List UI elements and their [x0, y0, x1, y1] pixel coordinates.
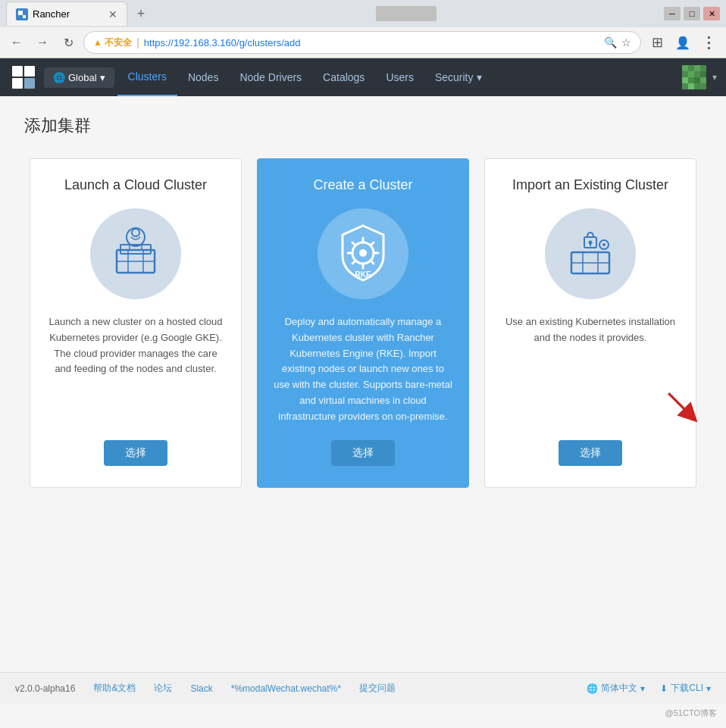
nav-item-users[interactable]: Users — [375, 58, 424, 96]
footer-right: 🌐 简体中文 ▾ ⬇ 下载CLI ▾ — [587, 682, 711, 695]
new-tab-button[interactable]: + — [130, 3, 152, 24]
footer-link-slack[interactable]: Slack — [190, 683, 212, 694]
rke-icon: RKE — [329, 220, 397, 288]
import-cluster-icon — [560, 223, 621, 284]
browser-toolbar: ← → ↻ ▲ 不安全 | https://192.168.3.160/g/cl… — [0, 27, 726, 58]
card-import-select-button[interactable]: 选择 — [559, 440, 622, 466]
top-nav: 🌐 Global ▾ Clusters Nodes Node Drivers C… — [0, 58, 726, 96]
svg-rect-11 — [700, 77, 706, 83]
browser-tab[interactable]: Rancher ✕ — [6, 2, 127, 26]
arrow-pointer — [662, 386, 703, 428]
footer-link-issues[interactable]: 提交问题 — [359, 682, 396, 695]
globe-icon: 🌐 — [53, 72, 65, 83]
card-create-icon-area: RKE — [318, 208, 408, 299]
footer: v2.0.0-alpha16 帮助&文档 论坛 Slack *%modalWec… — [0, 672, 726, 704]
svg-rect-0 — [18, 11, 23, 15]
security-label: Security — [435, 71, 474, 83]
footer-download-label: 下载CLI — [671, 682, 703, 695]
nav-item-node-drivers[interactable]: Node Drivers — [229, 58, 312, 96]
card-cloud-select-button[interactable]: 选择 — [104, 440, 167, 466]
card-create-cluster: Create a Cluster — [257, 158, 469, 488]
minimize-button[interactable]: ─ — [664, 7, 681, 20]
nav-item-nodes[interactable]: Nodes — [177, 58, 229, 96]
page-title: 添加集群 — [24, 114, 702, 137]
card-cloud-icon-area — [90, 208, 181, 299]
card-import-icon-area — [545, 208, 636, 299]
title-bar: Rancher ✕ + ─ □ ✕ — [0, 0, 726, 27]
forward-button[interactable]: → — [32, 32, 53, 53]
close-button[interactable]: ✕ — [703, 7, 720, 20]
svg-rect-6 — [24, 78, 35, 89]
svg-rect-9 — [688, 71, 694, 77]
nav-item-catalogs[interactable]: Catalogs — [312, 58, 375, 96]
profile-button[interactable]: 👤 — [671, 32, 694, 53]
svg-line-45 — [668, 393, 690, 415]
svg-point-41 — [589, 241, 593, 245]
card-cloud-title: Launch a Cloud Cluster — [64, 177, 207, 193]
svg-rect-3 — [12, 66, 23, 77]
footer-globe-icon: 🌐 — [587, 683, 598, 694]
cards-container: Launch a Cloud Cluster — [24, 158, 702, 488]
maximize-button[interactable]: □ — [684, 7, 700, 20]
svg-line-31 — [352, 242, 355, 245]
svg-line-33 — [371, 242, 374, 245]
address-divider: | — [136, 36, 139, 48]
footer-download-chevron: ▾ — [706, 683, 711, 694]
browser-window: Rancher ✕ + ─ □ ✕ ← → ↻ ▲ 不安全 | https://… — [0, 0, 726, 704]
app-container: 🌐 Global ▾ Clusters Nodes Node Drivers C… — [0, 58, 726, 704]
tab-close-button[interactable]: ✕ — [108, 8, 117, 20]
app-logo — [9, 63, 38, 92]
svg-rect-12 — [682, 77, 688, 83]
page-content: 添加集群 Launch a Cloud Cluster — [0, 96, 726, 672]
svg-rect-13 — [688, 83, 694, 89]
card-import-title: Import an Existing Cluster — [512, 177, 668, 193]
footer-language-label: 简体中文 — [601, 682, 637, 695]
toolbar-right-icons: ⊞ 👤 ⋮ — [646, 32, 720, 53]
card-import-description: Use an existing Kubernetes installation … — [500, 314, 681, 425]
card-create-select-button[interactable]: 选择 — [331, 440, 395, 466]
url-display: https://192.168.3.160/g/clusters/add — [144, 37, 599, 48]
address-icons: 🔍 ☆ — [604, 36, 631, 48]
svg-rect-5 — [12, 78, 23, 89]
cloud-cluster-icon — [105, 223, 166, 284]
security-warning: ▲ 不安全 — [93, 36, 132, 49]
svg-rect-15 — [700, 71, 706, 77]
tab-title: Rancher — [33, 8, 70, 20]
window-controls: ─ □ ✕ — [664, 7, 720, 20]
refresh-button[interactable]: ↻ — [58, 32, 79, 53]
nav-avatar-chevron[interactable]: ▾ — [712, 72, 717, 83]
search-icon[interactable]: 🔍 — [604, 36, 617, 48]
nav-item-security[interactable]: Security ▾ — [424, 58, 493, 96]
svg-line-32 — [371, 261, 374, 264]
address-bar[interactable]: ▲ 不安全 | https://192.168.3.160/g/clusters… — [83, 31, 641, 54]
svg-rect-10 — [694, 65, 700, 71]
footer-download-cli[interactable]: ⬇ 下载CLI ▾ — [660, 682, 711, 695]
chevron-down-icon: ▾ — [100, 72, 105, 83]
security-chevron-icon: ▾ — [477, 71, 482, 83]
svg-point-26 — [359, 249, 367, 257]
global-label: Global — [68, 72, 97, 83]
global-menu-button[interactable]: 🌐 Global ▾ — [44, 67, 114, 88]
user-avatar[interactable] — [682, 65, 706, 89]
card-cloud-cluster: Launch a Cloud Cluster — [30, 158, 242, 488]
svg-line-34 — [352, 261, 355, 264]
back-button[interactable]: ← — [6, 32, 27, 53]
footer-language-switcher[interactable]: 🌐 简体中文 ▾ — [587, 682, 645, 695]
window-drag-area — [376, 6, 437, 21]
extensions-button[interactable]: ⊞ — [646, 32, 668, 53]
card-create-description: Deploy and automatically manage a Kubern… — [273, 314, 453, 425]
tab-favicon — [16, 8, 28, 20]
bookmark-icon[interactable]: ☆ — [621, 36, 631, 48]
nav-right: ▾ — [682, 65, 717, 89]
card-cloud-description: Launch a new cluster on a hosted cloud K… — [45, 314, 226, 425]
footer-link-help[interactable]: 帮助&文档 — [93, 682, 136, 695]
menu-button[interactable]: ⋮ — [697, 32, 720, 53]
svg-rect-4 — [24, 66, 35, 77]
footer-link-wechat[interactable]: *%modalWechat.wechat%* — [231, 683, 341, 694]
footer-download-icon: ⬇ — [660, 683, 668, 694]
svg-rect-1 — [23, 15, 26, 18]
nav-item-clusters[interactable]: Clusters — [117, 58, 177, 96]
svg-point-44 — [602, 243, 606, 246]
card-create-title: Create a Cluster — [313, 177, 412, 193]
footer-link-forum[interactable]: 论坛 — [154, 682, 172, 695]
